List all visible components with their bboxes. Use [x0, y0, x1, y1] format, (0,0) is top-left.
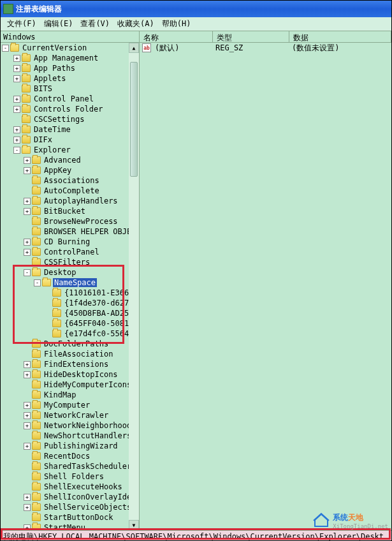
tree-label[interactable]: NewShortcutHandlers [43, 431, 133, 440]
tree-label[interactable]: ControlPanel [43, 248, 101, 256]
tree-label[interactable]: NameSpace [53, 278, 97, 287]
expander-icon[interactable]: - [2, 45, 9, 52]
tree-label[interactable]: HideDesktopIcons [43, 370, 119, 379]
tree-label[interactable]: NetworkNeighborhood [43, 421, 133, 430]
tree-item[interactable]: BrowseNewProcess [1, 216, 139, 226]
tree-label[interactable]: KindMap [43, 390, 78, 399]
tree-label[interactable]: RecentDocs [43, 452, 91, 461]
tree-label[interactable]: Desktop [43, 268, 78, 277]
tree-item[interactable]: +StartMenu [1, 522, 139, 530]
tree-label[interactable]: CSCSettings [33, 115, 85, 124]
tree-item[interactable]: {450D8FBA-AD25- [1, 308, 139, 318]
tree-item[interactable]: +Controls Folder [1, 104, 139, 114]
tree-item[interactable]: +AppKey [1, 165, 139, 175]
tree-label[interactable]: StartButtonDock [43, 513, 114, 522]
tree-item[interactable]: +Applets [1, 73, 139, 84]
tree-label[interactable]: CSSFilters [43, 258, 91, 267]
expander-icon[interactable]: + [13, 106, 20, 113]
tree-label[interactable]: AutoComplete [43, 186, 101, 195]
tree-item[interactable]: FileAssociation [1, 349, 139, 359]
tree-label[interactable]: {11016101-E366- [63, 288, 134, 297]
tree-label[interactable]: App Management [33, 54, 99, 63]
tree-item[interactable]: StartButtonDock [1, 512, 139, 522]
tree-label[interactable]: MyComputer [43, 401, 91, 410]
tree-item[interactable]: RecentDocs [1, 451, 139, 461]
tree-label[interactable]: ShellServiceObjects [43, 503, 133, 512]
tree-item[interactable]: SharedTaskScheduler [1, 461, 139, 471]
expander-icon[interactable]: + [24, 361, 31, 368]
tree-item[interactable]: BROWSER HELPER OBJECTS [1, 226, 139, 237]
tree-label[interactable]: Control Panel [33, 94, 95, 103]
expander-icon[interactable]: + [24, 198, 31, 205]
tree-label[interactable]: {450D8FBA-AD25- [63, 309, 134, 318]
tree-label[interactable]: SharedTaskScheduler [43, 462, 133, 471]
scroll-up-button[interactable]: ▲ [129, 43, 139, 53]
tree-label[interactable]: BROWSER HELPER OBJECTS [43, 227, 139, 236]
list-row[interactable]: ab(默认)REG_SZ(数值未设置) [140, 43, 391, 53]
tree-item[interactable]: -Desktop [1, 267, 139, 278]
tree-label[interactable]: StartMenu [43, 523, 87, 530]
tree-label[interactable]: BrowseNewProcess [43, 217, 119, 226]
tree-label[interactable]: {e17d4fc0-5564- [63, 329, 134, 338]
tree-label[interactable]: DIFx [33, 135, 54, 144]
expander-icon[interactable]: + [24, 504, 31, 511]
expander-icon[interactable]: + [24, 443, 31, 450]
tree-label[interactable]: CD Burning [43, 237, 91, 246]
expander-icon[interactable]: + [24, 402, 31, 409]
tree-item[interactable]: +PublishingWizard [1, 441, 139, 451]
expander-icon[interactable]: + [24, 422, 31, 429]
tree-item[interactable]: +HideDesktopIcons [1, 369, 139, 380]
tree-item[interactable]: +ShellIconOverlayIdenti [1, 492, 139, 502]
tree-item[interactable]: CSCSettings [1, 114, 139, 124]
tree-item[interactable]: +NetworkCrawler [1, 410, 139, 420]
expander-icon[interactable]: + [24, 157, 31, 164]
expander-icon[interactable]: + [13, 96, 20, 103]
col-name[interactable]: 名称 [140, 31, 213, 42]
tree-label[interactable]: App Paths [33, 64, 76, 73]
tree-item[interactable]: +Control Panel [1, 94, 139, 104]
tree-item[interactable]: -Explorer [1, 145, 139, 155]
menu-file[interactable]: 文件(F) [3, 17, 40, 31]
expander-icon[interactable]: + [24, 167, 31, 174]
tree-item[interactable]: Shell Folders [1, 471, 139, 482]
expander-icon[interactable]: + [13, 65, 20, 72]
expander-icon[interactable]: + [24, 208, 31, 215]
tree-item[interactable]: {11016101-E366- [1, 288, 139, 298]
tree-item[interactable]: KindMap [1, 390, 139, 400]
tree-label[interactable]: FindExtensions [43, 360, 110, 369]
tree-item[interactable]: +CD Burning [1, 237, 139, 247]
expander-icon[interactable]: + [24, 239, 31, 246]
tree-item[interactable]: Associations [1, 175, 139, 186]
tree-label[interactable]: Shell Folders [43, 472, 105, 481]
tree-label[interactable]: Associations [43, 176, 101, 185]
col-data[interactable]: 数据 [289, 31, 391, 42]
tree-label[interactable]: NetworkCrawler [43, 411, 110, 420]
tree-item[interactable]: +NetworkNeighborhood [1, 420, 139, 431]
expander-icon[interactable]: + [13, 55, 20, 62]
tree-label[interactable]: BITS [33, 84, 54, 93]
expander-icon[interactable]: + [24, 494, 31, 501]
tree-label[interactable]: {1f4de370-d627- [63, 299, 134, 308]
tree-item[interactable]: ShellExecuteHooks [1, 482, 139, 492]
expander-icon[interactable]: + [24, 249, 31, 256]
menu-help[interactable]: 帮助(H) [158, 17, 195, 31]
tree-item[interactable]: +DIFx [1, 135, 139, 145]
expander-icon[interactable]: + [24, 412, 31, 419]
tree-label[interactable]: PublishingWizard [43, 441, 119, 450]
expander-icon[interactable]: + [13, 75, 20, 82]
tree-item[interactable]: HideMyComputerIcons [1, 380, 139, 390]
col-type[interactable]: 类型 [213, 31, 289, 42]
tree-item[interactable]: AutoComplete [1, 186, 139, 196]
tree-item[interactable]: {1f4de370-d627- [1, 298, 139, 308]
tree-label[interactable]: ShellExecuteHooks [43, 482, 124, 491]
tree-item[interactable]: NewShortcutHandlers [1, 431, 139, 441]
tree-item[interactable]: BITS [1, 84, 139, 94]
tree-label[interactable]: {645FF040-5081- [63, 319, 134, 328]
tree-label[interactable]: AppKey [43, 166, 73, 175]
tree-label[interactable]: DocFolderPaths [43, 339, 110, 348]
tree-label[interactable]: ShellIconOverlayIdenti [43, 493, 139, 501]
tree-label[interactable]: HideMyComputerIcons [43, 380, 133, 389]
tree-item[interactable]: +FindExtensions [1, 359, 139, 369]
expander-icon[interactable]: + [13, 126, 20, 133]
list-body[interactable]: ab(默认)REG_SZ(数值未设置) [140, 43, 391, 53]
